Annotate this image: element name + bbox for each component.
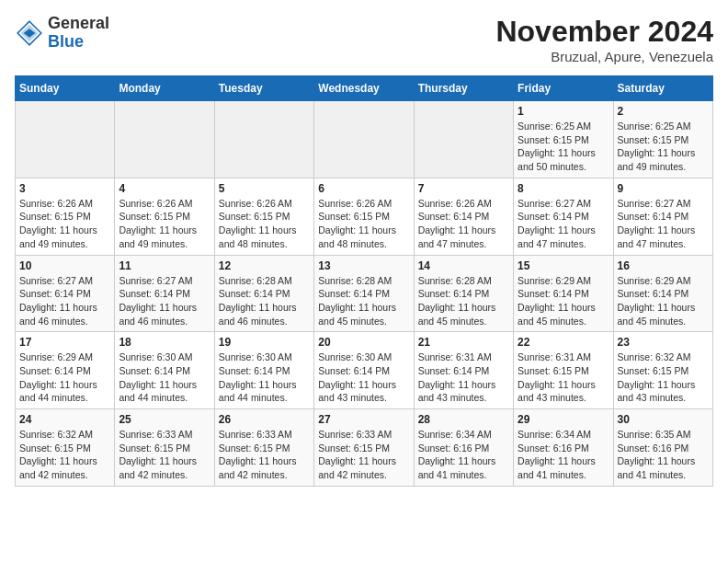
day-info: Sunrise: 6:26 AM Sunset: 6:14 PM Dayligh… [418,197,509,251]
day-number: 8 [518,182,609,195]
day-number: 7 [418,182,509,195]
calendar-cell: 13Sunrise: 6:28 AM Sunset: 6:14 PM Dayli… [314,255,414,332]
day-number: 20 [318,336,409,349]
day-number: 30 [618,413,709,426]
calendar-cell: 30Sunrise: 6:35 AM Sunset: 6:16 PM Dayli… [613,409,712,487]
day-header-monday: Monday [115,76,214,101]
calendar-cell [115,101,214,178]
calendar-cell: 20Sunrise: 6:30 AM Sunset: 6:14 PM Dayli… [314,332,414,409]
day-info: Sunrise: 6:25 AM Sunset: 6:15 PM Dayligh… [518,120,609,174]
logo: General Blue [15,15,109,52]
calendar-cell: 14Sunrise: 6:28 AM Sunset: 6:14 PM Dayli… [414,255,513,332]
day-info: Sunrise: 6:27 AM Sunset: 6:14 PM Dayligh… [119,274,210,328]
day-number: 22 [518,336,609,349]
calendar-cell: 1Sunrise: 6:25 AM Sunset: 6:15 PM Daylig… [514,101,613,178]
day-info: Sunrise: 6:27 AM Sunset: 6:14 PM Dayligh… [518,197,609,251]
calendar-cell: 18Sunrise: 6:30 AM Sunset: 6:14 PM Dayli… [115,332,214,409]
week-row-4: 17Sunrise: 6:29 AM Sunset: 6:14 PM Dayli… [16,332,713,409]
day-number: 19 [219,336,310,349]
logo-icon [15,18,44,48]
day-number: 4 [119,182,210,195]
calendar-cell: 6Sunrise: 6:26 AM Sunset: 6:15 PM Daylig… [314,178,414,255]
day-number: 3 [19,182,110,195]
day-info: Sunrise: 6:34 AM Sunset: 6:16 PM Dayligh… [418,428,509,482]
day-header-sunday: Sunday [16,76,115,101]
day-info: Sunrise: 6:26 AM Sunset: 6:15 PM Dayligh… [318,197,409,251]
calendar-cell: 11Sunrise: 6:27 AM Sunset: 6:14 PM Dayli… [115,255,214,332]
calendar-cell: 19Sunrise: 6:30 AM Sunset: 6:14 PM Dayli… [214,332,313,409]
day-info: Sunrise: 6:30 AM Sunset: 6:14 PM Dayligh… [318,350,409,405]
calendar-header: SundayMondayTuesdayWednesdayThursdayFrid… [16,76,713,101]
day-info: Sunrise: 6:31 AM Sunset: 6:14 PM Dayligh… [418,350,509,405]
calendar-cell: 21Sunrise: 6:31 AM Sunset: 6:14 PM Dayli… [414,332,513,409]
day-number: 17 [19,336,110,349]
calendar-cell: 25Sunrise: 6:33 AM Sunset: 6:15 PM Dayli… [115,409,214,487]
calendar-cell: 5Sunrise: 6:26 AM Sunset: 6:15 PM Daylig… [214,178,313,255]
calendar-cell: 24Sunrise: 6:32 AM Sunset: 6:15 PM Dayli… [16,409,115,487]
week-row-2: 3Sunrise: 6:26 AM Sunset: 6:15 PM Daylig… [16,178,713,255]
day-number: 1 [518,105,609,118]
calendar-cell: 29Sunrise: 6:34 AM Sunset: 6:16 PM Dayli… [514,409,613,487]
calendar-cell: 8Sunrise: 6:27 AM Sunset: 6:14 PM Daylig… [514,178,613,255]
day-info: Sunrise: 6:26 AM Sunset: 6:15 PM Dayligh… [19,197,110,251]
day-number: 23 [618,336,709,349]
calendar-cell [414,101,513,178]
logo-general: General [48,15,109,33]
day-number: 27 [318,413,409,426]
calendar-cell: 16Sunrise: 6:29 AM Sunset: 6:14 PM Dayli… [613,255,712,332]
day-info: Sunrise: 6:30 AM Sunset: 6:14 PM Dayligh… [219,350,310,405]
week-row-1: 1Sunrise: 6:25 AM Sunset: 6:15 PM Daylig… [16,101,713,178]
week-row-5: 24Sunrise: 6:32 AM Sunset: 6:15 PM Dayli… [16,409,713,487]
header-row: SundayMondayTuesdayWednesdayThursdayFrid… [16,76,713,101]
day-info: Sunrise: 6:27 AM Sunset: 6:14 PM Dayligh… [618,197,709,251]
day-number: 5 [219,182,310,195]
calendar-cell: 2Sunrise: 6:25 AM Sunset: 6:15 PM Daylig… [613,101,712,178]
month-title: November 2024 [495,15,713,49]
calendar-cell: 17Sunrise: 6:29 AM Sunset: 6:14 PM Dayli… [16,332,115,409]
day-number: 2 [618,105,709,118]
day-header-wednesday: Wednesday [314,76,414,101]
day-info: Sunrise: 6:28 AM Sunset: 6:14 PM Dayligh… [418,274,509,328]
title-area: November 2024 Bruzual, Apure, Venezuela [495,15,713,64]
day-number: 13 [318,259,409,272]
calendar-cell: 26Sunrise: 6:33 AM Sunset: 6:15 PM Dayli… [214,409,313,487]
calendar-cell: 27Sunrise: 6:33 AM Sunset: 6:15 PM Dayli… [314,409,414,487]
day-info: Sunrise: 6:34 AM Sunset: 6:16 PM Dayligh… [518,428,609,482]
calendar-cell [214,101,313,178]
day-number: 18 [119,336,210,349]
day-number: 29 [518,413,609,426]
day-header-thursday: Thursday [414,76,513,101]
day-number: 28 [418,413,509,426]
calendar-body: 1Sunrise: 6:25 AM Sunset: 6:15 PM Daylig… [16,101,713,487]
calendar-cell: 15Sunrise: 6:29 AM Sunset: 6:14 PM Dayli… [514,255,613,332]
calendar-cell: 9Sunrise: 6:27 AM Sunset: 6:14 PM Daylig… [613,178,712,255]
day-info: Sunrise: 6:32 AM Sunset: 6:15 PM Dayligh… [19,428,110,482]
day-number: 24 [19,413,110,426]
day-info: Sunrise: 6:28 AM Sunset: 6:14 PM Dayligh… [219,274,310,328]
day-info: Sunrise: 6:26 AM Sunset: 6:15 PM Dayligh… [119,197,210,251]
day-header-friday: Friday [514,76,613,101]
day-number: 26 [219,413,310,426]
calendar-cell: 10Sunrise: 6:27 AM Sunset: 6:14 PM Dayli… [16,255,115,332]
day-number: 12 [219,259,310,272]
day-info: Sunrise: 6:33 AM Sunset: 6:15 PM Dayligh… [119,428,210,482]
day-header-tuesday: Tuesday [214,76,313,101]
day-info: Sunrise: 6:33 AM Sunset: 6:15 PM Dayligh… [219,428,310,482]
day-number: 15 [518,259,609,272]
day-info: Sunrise: 6:26 AM Sunset: 6:15 PM Dayligh… [219,197,310,251]
calendar-cell: 22Sunrise: 6:31 AM Sunset: 6:15 PM Dayli… [514,332,613,409]
day-number: 16 [618,259,709,272]
calendar-cell [16,101,115,178]
day-info: Sunrise: 6:31 AM Sunset: 6:15 PM Dayligh… [518,350,609,405]
page-header: General Blue November 2024 Bruzual, Apur… [15,15,713,64]
calendar-cell: 3Sunrise: 6:26 AM Sunset: 6:15 PM Daylig… [16,178,115,255]
day-number: 14 [418,259,509,272]
calendar-cell [314,101,414,178]
day-header-saturday: Saturday [613,76,712,101]
calendar-cell: 12Sunrise: 6:28 AM Sunset: 6:14 PM Dayli… [214,255,313,332]
logo-blue: Blue [48,33,109,52]
day-info: Sunrise: 6:30 AM Sunset: 6:14 PM Dayligh… [119,350,210,405]
calendar-table: SundayMondayTuesdayWednesdayThursdayFrid… [15,75,713,487]
day-info: Sunrise: 6:35 AM Sunset: 6:16 PM Dayligh… [618,428,709,482]
logo-text: General Blue [48,15,109,52]
